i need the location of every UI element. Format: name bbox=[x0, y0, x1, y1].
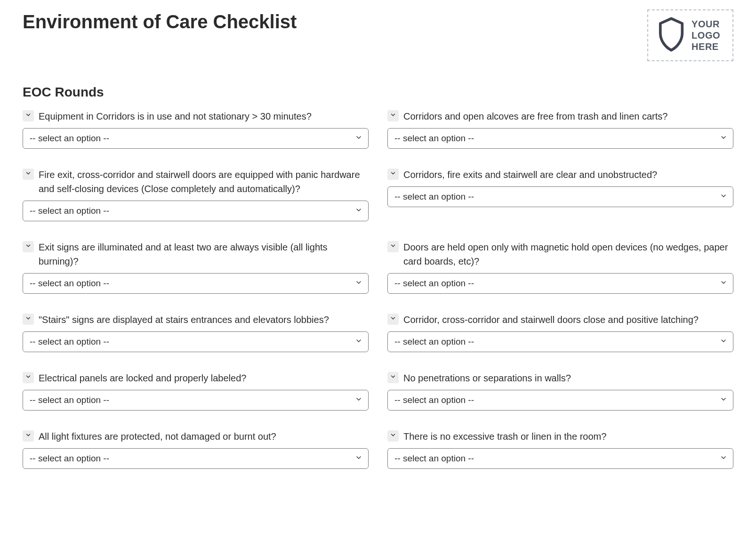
logo-text-line: YOUR bbox=[692, 18, 720, 30]
select-value: -- select an option -- bbox=[30, 337, 109, 347]
chevron-down-icon bbox=[720, 453, 727, 464]
logo-text-line: HERE bbox=[692, 41, 720, 52]
chevron-down-icon bbox=[390, 432, 396, 440]
answer-select[interactable]: -- select an option -- bbox=[23, 390, 369, 411]
select-value: -- select an option -- bbox=[394, 133, 474, 144]
logo-placeholder: YOUR LOGO HERE bbox=[647, 9, 733, 61]
page-title: Environment of Care Checklist bbox=[23, 11, 297, 32]
chevron-down-icon bbox=[720, 133, 727, 144]
expand-toggle[interactable] bbox=[387, 110, 399, 121]
expand-toggle[interactable] bbox=[23, 430, 34, 442]
answer-select[interactable]: -- select an option -- bbox=[387, 273, 733, 294]
select-value: -- select an option -- bbox=[30, 206, 109, 216]
expand-toggle[interactable] bbox=[387, 372, 399, 383]
expand-toggle[interactable] bbox=[387, 430, 399, 442]
checklist-row: Exit signs are illuminated and at least … bbox=[23, 240, 733, 304]
select-value: -- select an option -- bbox=[394, 278, 474, 289]
chevron-down-icon bbox=[390, 112, 396, 120]
checklist-item: "Stairs" signs are displayed at stairs e… bbox=[23, 313, 369, 352]
answer-select[interactable]: -- select an option -- bbox=[23, 273, 369, 294]
section-title: EOC Rounds bbox=[23, 85, 733, 100]
select-value: -- select an option -- bbox=[394, 337, 474, 347]
select-value: -- select an option -- bbox=[394, 192, 474, 202]
answer-select[interactable]: -- select an option -- bbox=[23, 128, 369, 149]
question-text: "Stairs" signs are displayed at stairs e… bbox=[39, 313, 329, 327]
chevron-down-icon bbox=[355, 206, 362, 216]
checklist-row: Electrical panels are locked and properl… bbox=[23, 371, 733, 421]
chevron-down-icon bbox=[25, 432, 32, 440]
chevron-down-icon bbox=[355, 133, 362, 144]
select-value: -- select an option -- bbox=[394, 395, 474, 405]
expand-toggle[interactable] bbox=[387, 314, 399, 325]
chevron-down-icon bbox=[720, 395, 727, 405]
answer-select[interactable]: -- select an option -- bbox=[23, 331, 369, 352]
expand-toggle[interactable] bbox=[387, 169, 399, 180]
checklist-item: All light fixtures are protected, not da… bbox=[23, 429, 369, 469]
expand-toggle[interactable] bbox=[387, 241, 399, 252]
chevron-down-icon bbox=[355, 278, 362, 289]
question-text: Fire exit, cross-corridor and stairwell … bbox=[39, 168, 369, 196]
question-text: There is no excessive trash or linen in … bbox=[403, 429, 606, 443]
checklist-item: Corridor, cross-corridor and stairwell d… bbox=[387, 313, 733, 352]
question-text: No penetrations or separations in walls? bbox=[403, 371, 571, 385]
answer-select[interactable]: -- select an option -- bbox=[23, 448, 369, 469]
checklist-item: Corridors, fire exits and stairwell are … bbox=[387, 168, 733, 207]
expand-toggle[interactable] bbox=[23, 169, 34, 180]
checklist-item: Doors are held open only with magnetic h… bbox=[387, 240, 733, 294]
checklist-row: Equipment in Corridors is in use and not… bbox=[23, 109, 733, 159]
expand-toggle[interactable] bbox=[23, 372, 34, 383]
expand-toggle[interactable] bbox=[23, 110, 34, 121]
answer-select[interactable]: -- select an option -- bbox=[387, 331, 733, 352]
checklist-row: All light fixtures are protected, not da… bbox=[23, 429, 733, 479]
chevron-down-icon bbox=[390, 242, 396, 251]
answer-select[interactable]: -- select an option -- bbox=[387, 448, 733, 469]
checklist-rows: Equipment in Corridors is in use and not… bbox=[23, 109, 733, 479]
checklist-item: Electrical panels are locked and properl… bbox=[23, 371, 369, 411]
select-value: -- select an option -- bbox=[30, 133, 109, 144]
question-text: Electrical panels are locked and properl… bbox=[39, 371, 246, 385]
checklist-item: Equipment in Corridors is in use and not… bbox=[23, 109, 369, 149]
checklist-item: There is no excessive trash or linen in … bbox=[387, 429, 733, 469]
chevron-down-icon bbox=[355, 337, 362, 347]
checklist-item: Corridors and open alcoves are free from… bbox=[387, 109, 733, 149]
question-text: Equipment in Corridors is in use and not… bbox=[39, 109, 312, 123]
shield-icon bbox=[657, 17, 686, 54]
question-text: Corridors and open alcoves are free from… bbox=[403, 109, 668, 123]
select-value: -- select an option -- bbox=[30, 278, 109, 289]
chevron-down-icon bbox=[720, 278, 727, 289]
chevron-down-icon bbox=[390, 373, 396, 382]
chevron-down-icon bbox=[25, 242, 32, 251]
expand-toggle[interactable] bbox=[23, 241, 34, 252]
question-text: Exit signs are illuminated and at least … bbox=[39, 240, 369, 268]
question-text: All light fixtures are protected, not da… bbox=[39, 429, 276, 443]
chevron-down-icon bbox=[25, 373, 32, 382]
answer-select[interactable]: -- select an option -- bbox=[387, 128, 733, 149]
answer-select[interactable]: -- select an option -- bbox=[23, 201, 369, 221]
checklist-row: Fire exit, cross-corridor and stairwell … bbox=[23, 168, 733, 232]
chevron-down-icon bbox=[720, 192, 727, 202]
logo-text-line: LOGO bbox=[692, 30, 720, 41]
question-text: Corridor, cross-corridor and stairwell d… bbox=[403, 313, 699, 327]
answer-select[interactable]: -- select an option -- bbox=[387, 186, 733, 207]
checklist-row: "Stairs" signs are displayed at stairs e… bbox=[23, 313, 733, 363]
expand-toggle[interactable] bbox=[23, 314, 34, 325]
checklist-item: Exit signs are illuminated and at least … bbox=[23, 240, 369, 294]
checklist-item: No penetrations or separations in walls?… bbox=[387, 371, 733, 411]
select-value: -- select an option -- bbox=[30, 395, 109, 405]
chevron-down-icon bbox=[25, 112, 32, 120]
chevron-down-icon bbox=[25, 170, 32, 178]
chevron-down-icon bbox=[720, 337, 727, 347]
question-text: Doors are held open only with magnetic h… bbox=[403, 240, 733, 268]
select-value: -- select an option -- bbox=[30, 453, 109, 464]
answer-select[interactable]: -- select an option -- bbox=[387, 390, 733, 411]
question-text: Corridors, fire exits and stairwell are … bbox=[403, 168, 657, 182]
chevron-down-icon bbox=[25, 315, 32, 323]
chevron-down-icon bbox=[355, 395, 362, 405]
chevron-down-icon bbox=[390, 315, 396, 323]
select-value: -- select an option -- bbox=[394, 453, 474, 464]
chevron-down-icon bbox=[355, 453, 362, 464]
checklist-item: Fire exit, cross-corridor and stairwell … bbox=[23, 168, 369, 221]
chevron-down-icon bbox=[390, 170, 396, 178]
